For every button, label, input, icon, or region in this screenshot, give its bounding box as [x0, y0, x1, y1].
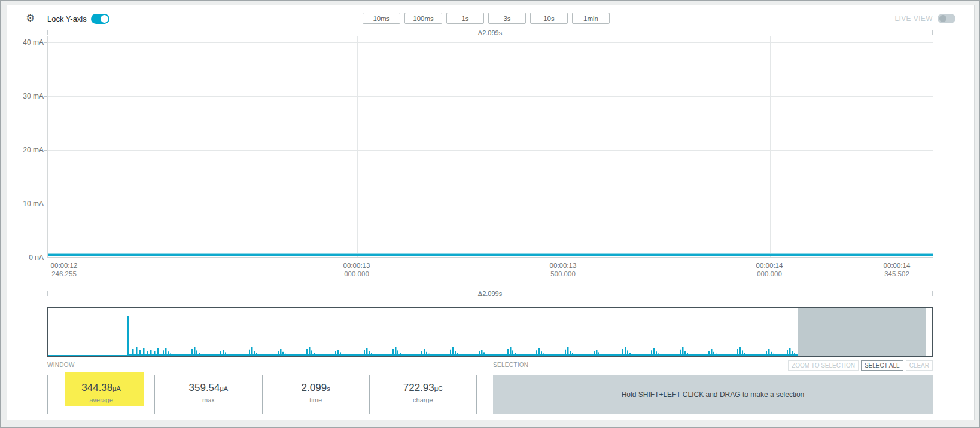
x-tick-time: 00:00:13: [527, 261, 599, 270]
time-window-button-1s[interactable]: 1s: [446, 13, 484, 24]
x-tick-fraction: 345.502: [861, 270, 933, 278]
stat-label: time: [263, 396, 369, 403]
x-tick-fraction: 000.000: [321, 270, 392, 278]
selection-buttons: ZOOM TO SELECTIONSELECT ALLCLEAR: [742, 360, 933, 371]
stat-label: max: [155, 396, 261, 403]
minimap-view-region[interactable]: [798, 308, 926, 356]
stat-unit: s: [327, 385, 330, 392]
clear-button[interactable]: CLEAR: [906, 360, 933, 371]
gridline: [48, 204, 933, 204]
time-window-button-1min[interactable]: 1min: [572, 13, 610, 24]
lock-y-axis-label: Lock Y-axis: [47, 14, 87, 23]
toggle-knob: [101, 15, 108, 23]
x-tick-time: 00:00:14: [861, 261, 933, 270]
delta-line: [48, 33, 473, 33]
delta-value: Δ2.099s: [473, 290, 507, 297]
minimap[interactable]: [47, 307, 933, 357]
toggle-knob: [939, 15, 946, 22]
window-delta-top: Δ2.099s: [47, 29, 933, 37]
x-axis-tick-label: 00:00:13500.000: [527, 261, 599, 278]
x-axis-tick-label: 00:00:14000.000: [734, 261, 805, 278]
x-axis-tick-label: 00:00:14345.502: [861, 261, 933, 278]
window-pane-label: WINDOW: [47, 362, 75, 368]
y-axis-tick-label: 40 mA: [8, 38, 44, 47]
time-window-button-10s[interactable]: 10s: [530, 13, 568, 24]
stat-unit: µC: [434, 385, 443, 392]
gridline: [48, 42, 933, 43]
gridline: [357, 36, 358, 257]
stat-time: 2.099stime: [262, 375, 369, 414]
x-tick-fraction: 000.000: [734, 270, 805, 278]
time-window-buttons: 10ms100ms1s3s10s1min: [363, 13, 614, 24]
time-window-button-100ms[interactable]: 100ms: [404, 13, 442, 24]
delta-line: [48, 294, 473, 294]
gridline: [48, 150, 933, 151]
window-stats: 344.38µAaverage359.54µAmax2.099stime722.…: [47, 375, 477, 414]
y-axis-tick-label: 30 mA: [8, 91, 44, 101]
x-tick-time: 00:00:14: [734, 261, 805, 270]
stat-max: 359.54µAmax: [154, 375, 261, 414]
delta-line: [507, 294, 932, 294]
x-tick-time: 00:00:13: [321, 261, 392, 270]
delta-value: Δ2.099s: [473, 29, 507, 36]
live-view-label: LIVE VIEW: [880, 14, 933, 23]
y-axis-tick-label: 10 mA: [8, 199, 44, 209]
selection-pane-label: SELECTION: [493, 362, 528, 368]
lock-y-axis-toggle[interactable]: [91, 14, 109, 24]
select-all-button[interactable]: SELECT ALL: [861, 360, 903, 371]
time-window-button-10ms[interactable]: 10ms: [363, 13, 400, 24]
gridline: [770, 36, 771, 257]
x-tick-fraction: 246.255: [28, 270, 100, 278]
stat-unit: µA: [112, 385, 121, 392]
stat-value: 2.099s: [263, 382, 369, 394]
main-chart-plot[interactable]: [47, 36, 933, 258]
stat-value: 344.38µA: [48, 382, 154, 394]
y-axis-tick-mark: [44, 258, 47, 258]
selection-hint-text: Hold SHIFT+LEFT CLICK and DRAG to make a…: [622, 390, 805, 399]
delta-end-tick: [932, 30, 933, 35]
stat-label: charge: [370, 396, 476, 403]
time-window-button-3s[interactable]: 3s: [488, 13, 526, 24]
stat-unit: µA: [220, 385, 229, 392]
stat-value: 722.93µC: [370, 382, 476, 394]
gridline: [564, 36, 564, 257]
x-tick-fraction: 500.000: [527, 270, 599, 278]
selection-hint-box[interactable]: Hold SHIFT+LEFT CLICK and DRAG to make a…: [493, 375, 933, 414]
x-axis-tick-label: 00:00:12246.255: [28, 261, 100, 278]
x-tick-time: 00:00:12: [28, 261, 100, 270]
gear-icon[interactable]: ⚙: [26, 12, 35, 25]
live-view-toggle[interactable]: [938, 14, 955, 23]
delta-line: [507, 33, 932, 33]
stat-charge: 722.93µCcharge: [369, 375, 476, 414]
delta-end-tick: [932, 291, 933, 296]
y-axis-tick-label: 20 mA: [8, 145, 44, 155]
current-trace: [48, 254, 933, 256]
stat-value: 359.54µA: [155, 382, 261, 394]
gridline: [48, 96, 933, 97]
app-frame: ⚙ Lock Y-axis 10ms100ms1s3s10s1min LIVE …: [0, 0, 980, 428]
window-delta-bottom: Δ2.099s: [47, 289, 933, 298]
zoom-to-selection-button[interactable]: ZOOM TO SELECTION: [788, 360, 859, 371]
stat-label: average: [48, 396, 154, 403]
x-axis-tick-label: 00:00:13000.000: [321, 261, 392, 278]
stat-average: 344.38µAaverage: [48, 375, 154, 414]
